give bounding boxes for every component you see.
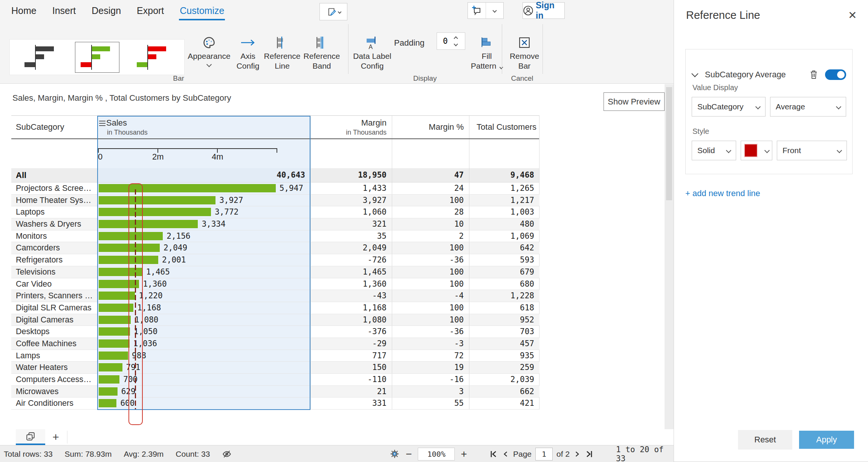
aggregation-dropdown[interactable]: Average [770, 97, 846, 117]
subcategory-cell[interactable]: Digital SLR Cameras [11, 302, 97, 314]
previous-page-button[interactable] [502, 450, 509, 459]
tab-design[interactable]: Design [91, 3, 122, 20]
subcategory-cell[interactable]: Coffee Machines [11, 338, 97, 350]
table-row[interactable]: Home Theater Sys…3,9273,9271001,217 [11, 195, 539, 207]
tab-home[interactable]: Home [11, 3, 37, 20]
table-row[interactable]: Computers Access…700-110-162,039 [11, 374, 539, 386]
table-row[interactable]: Camcorders2,0492,049100642 [11, 242, 539, 254]
column-header-margin-pct[interactable]: Margin % [392, 116, 469, 138]
table-row[interactable]: Desktops1,050-376-36703 [11, 326, 539, 338]
reference-line-toggle[interactable] [825, 69, 846, 80]
subcategory-cell[interactable]: Printers, Scanners … [11, 290, 97, 302]
eye-off-icon[interactable] [222, 449, 232, 459]
table-row[interactable]: Air Conditioners60033155421 [11, 398, 539, 410]
subcategory-cell[interactable]: Projectors & Scree… [11, 183, 97, 194]
first-page-button[interactable] [489, 450, 498, 459]
close-icon[interactable]: ✕ [848, 9, 857, 21]
subcategory-cell[interactable]: Water Heaters [11, 362, 97, 373]
padding-spinners[interactable] [454, 37, 457, 46]
bar-style-mono[interactable] [19, 42, 63, 73]
page-number-input[interactable]: 1 [535, 448, 553, 460]
data-label-config-button[interactable]: A Data Label Config [352, 34, 393, 71]
tab-insert[interactable]: Insert [52, 3, 77, 20]
field-dropdown[interactable]: SubCategory [692, 97, 766, 117]
bar-style-green-red[interactable] [75, 42, 119, 73]
subcategory-cell[interactable]: Microwaves [11, 386, 97, 398]
table-row[interactable]: Coffee Machines1,036-29-3457 [11, 338, 539, 350]
sales-bar[interactable] [99, 351, 128, 360]
subcategory-cell[interactable]: Laptops [11, 206, 97, 218]
sales-bar[interactable] [99, 196, 215, 204]
sales-bar[interactable] [99, 327, 130, 336]
sign-in-button[interactable]: Sign in [523, 2, 565, 19]
subcategory-cell[interactable]: Monitors [11, 230, 97, 242]
reference-band-button[interactable]: Reference Band [303, 34, 341, 71]
column-header-margin[interactable]: Margin in Thousands [310, 116, 392, 138]
table-row[interactable]: Car Video1,3601,360100680 [11, 278, 539, 290]
table-row[interactable]: Printers, Scanners …1,220-43-41,228 [11, 290, 539, 302]
tab-export[interactable]: Export [136, 3, 165, 20]
trash-icon[interactable] [809, 70, 818, 80]
sales-bar[interactable] [99, 184, 276, 192]
column-header-customers[interactable]: Total Customers [469, 116, 539, 138]
sales-bar[interactable] [99, 363, 122, 371]
reference-line-button[interactable]: Reference Line [264, 34, 300, 71]
gear-icon[interactable] [390, 449, 400, 459]
sales-bar[interactable] [99, 339, 130, 348]
apply-button[interactable]: Apply [799, 431, 854, 449]
subcategory-cell[interactable]: Washers & Dryers [11, 218, 97, 230]
table-row[interactable]: Televisions1,4651,465100679 [11, 266, 539, 278]
add-comment-button[interactable] [468, 3, 486, 18]
vertical-scrollbar[interactable] [665, 84, 674, 429]
line-color-dropdown[interactable] [741, 141, 772, 160]
show-preview-button[interactable]: Show Preview [604, 92, 665, 111]
position-dropdown[interactable]: Front [777, 141, 847, 160]
table-row[interactable]: Water Heaters79115019259 [11, 362, 539, 374]
subcategory-cell[interactable]: Televisions [11, 266, 97, 278]
subcategory-cell[interactable]: Camcorders [11, 242, 97, 254]
line-style-dropdown[interactable]: Solid [692, 141, 736, 160]
axis-config-button[interactable]: Axis Config [232, 34, 264, 71]
column-header-subcategory[interactable]: SubCategory [11, 116, 97, 138]
spinner-up-icon[interactable] [454, 36, 458, 40]
spinner-down-icon[interactable] [454, 42, 458, 46]
table-row[interactable]: Lamps98871772935 [11, 350, 539, 362]
sales-bar[interactable] [99, 220, 198, 228]
last-page-button[interactable] [585, 450, 594, 459]
table-row[interactable]: Digital SLR Cameras1,1681,168100618 [11, 302, 539, 314]
padding-stepper[interactable] [437, 32, 465, 50]
sales-bar[interactable] [99, 375, 119, 384]
zoom-level-input[interactable]: 100% [418, 448, 455, 460]
bar-style-red-green[interactable] [131, 42, 176, 73]
subcategory-cell[interactable]: Air Conditioners [11, 398, 97, 409]
table-row[interactable]: Projectors & Scree…5,9471,433241,265 [11, 183, 539, 195]
sales-bar[interactable] [99, 208, 211, 216]
total-row[interactable]: All 40,643 18,950 47 9,468 [11, 168, 539, 183]
add-trend-line-link[interactable]: + add new trend line [685, 189, 760, 198]
sales-bar[interactable] [99, 316, 131, 324]
sheet-tab-active[interactable] [16, 429, 45, 445]
zoom-in-button[interactable]: + [461, 445, 467, 462]
tab-customize[interactable]: Customize [179, 3, 225, 20]
reference-line-name[interactable]: SubCategory Average [705, 70, 809, 80]
subcategory-cell[interactable]: Computers Access… [11, 374, 97, 385]
subcategory-cell[interactable]: Car Video [11, 278, 97, 290]
hamburger-icon[interactable] [99, 121, 105, 127]
remove-bar-button[interactable]: Remove Bar [507, 34, 542, 71]
next-page-button[interactable] [573, 450, 581, 459]
table-row[interactable]: Refrigerators2,001-726-36593 [11, 254, 539, 266]
chevron-down-icon[interactable] [691, 70, 698, 77]
add-sheet-button[interactable]: + [48, 430, 63, 444]
subcategory-cell[interactable]: Home Theater Sys… [11, 195, 97, 206]
subcategory-cell[interactable]: Lamps [11, 350, 97, 362]
sales-bar[interactable] [99, 387, 118, 396]
zoom-out-button[interactable]: − [406, 445, 412, 462]
table-row[interactable]: Washers & Dryers3,33432110480 [11, 218, 539, 230]
padding-input[interactable] [437, 37, 454, 46]
edit-mode-button[interactable] [319, 3, 347, 20]
table-row[interactable]: Digital Cameras1,0801,080100952 [11, 314, 539, 326]
comment-dropdown-button[interactable] [486, 3, 504, 18]
subcategory-cell[interactable]: Refrigerators [11, 254, 97, 266]
scrollbar-thumb[interactable] [666, 87, 672, 200]
reset-button[interactable]: Reset [738, 430, 792, 450]
